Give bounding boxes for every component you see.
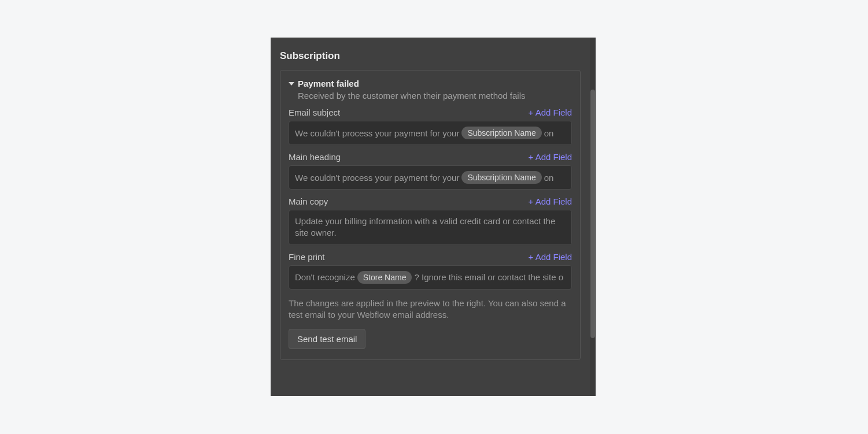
add-field-main-heading[interactable]: + Add Field bbox=[529, 152, 572, 162]
main-heading-row: Main heading + Add Field bbox=[289, 152, 572, 162]
panel-content: Subscription Payment failed Received by … bbox=[271, 38, 590, 396]
preview-note: The changes are applied in the preview t… bbox=[289, 298, 572, 321]
email-subject-input[interactable]: We couldn't process your payment for you… bbox=[289, 121, 572, 145]
subscription-name-chip[interactable]: Subscription Name bbox=[461, 171, 541, 184]
send-test-email-button[interactable]: Send test email bbox=[289, 329, 365, 349]
card-header[interactable]: Payment failed bbox=[289, 79, 572, 88]
input-text-before: We couldn't process your payment for you… bbox=[295, 128, 459, 138]
input-text-before: Don't recognize bbox=[295, 272, 355, 282]
input-text-after: on bbox=[544, 128, 554, 138]
input-text-after: ? Ignore this email or contact the site … bbox=[414, 272, 563, 282]
subscription-name-chip[interactable]: Subscription Name bbox=[461, 127, 541, 139]
store-name-chip[interactable]: Store Name bbox=[357, 271, 412, 284]
fine-print-row: Fine print + Add Field bbox=[289, 252, 572, 262]
main-heading-label: Main heading bbox=[289, 152, 341, 162]
section-title: Subscription bbox=[271, 38, 590, 70]
add-field-email-subject[interactable]: + Add Field bbox=[529, 107, 572, 117]
fine-print-input[interactable]: Don't recognize Store Name ? Ignore this… bbox=[289, 265, 572, 290]
add-field-main-copy[interactable]: + Add Field bbox=[529, 196, 572, 206]
main-copy-input[interactable]: Update your billing information with a v… bbox=[289, 210, 572, 245]
payment-failed-card: Payment failed Received by the customer … bbox=[280, 70, 581, 360]
settings-panel: Subscription Payment failed Received by … bbox=[271, 38, 596, 396]
card-title: Payment failed bbox=[298, 79, 359, 88]
main-copy-row: Main copy + Add Field bbox=[289, 196, 572, 206]
input-text-after: on bbox=[544, 173, 554, 183]
scrollbar-track[interactable] bbox=[590, 38, 596, 396]
input-text-before: We couldn't process your payment for you… bbox=[295, 173, 459, 183]
add-field-fine-print[interactable]: + Add Field bbox=[529, 252, 572, 262]
email-subject-label: Email subject bbox=[289, 107, 340, 117]
main-copy-label: Main copy bbox=[289, 196, 328, 206]
scrollbar-thumb[interactable] bbox=[590, 90, 595, 338]
input-text: Update your billing information with a v… bbox=[295, 216, 566, 239]
fine-print-label: Fine print bbox=[289, 252, 325, 262]
card-description: Received by the customer when their paym… bbox=[298, 91, 572, 101]
chevron-down-icon bbox=[289, 82, 294, 86]
main-heading-input[interactable]: We couldn't process your payment for you… bbox=[289, 165, 572, 190]
email-subject-row: Email subject + Add Field bbox=[289, 107, 572, 117]
